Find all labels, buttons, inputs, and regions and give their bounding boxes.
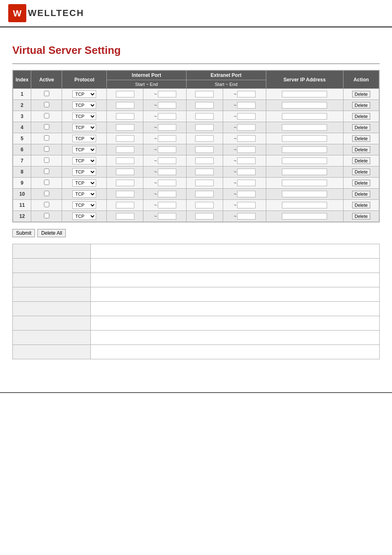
protocol-select[interactable]: TCPUDP <box>72 90 96 98</box>
extranet-port-start[interactable] <box>186 200 223 211</box>
active-checkbox[interactable] <box>44 169 49 174</box>
internet-end-input[interactable] <box>158 169 176 175</box>
row-protocol[interactable]: TCPUDP <box>62 166 107 178</box>
internet-port-end[interactable]: ~ <box>143 133 187 144</box>
row-delete[interactable]: Delete <box>343 122 379 133</box>
protocol-select[interactable]: TCPUDP <box>72 102 96 109</box>
row-active[interactable] <box>31 166 62 178</box>
extranet-start-input[interactable] <box>195 113 214 120</box>
delete-row-button[interactable]: Delete <box>352 191 370 197</box>
delete-row-button[interactable]: Delete <box>352 213 370 220</box>
row-delete[interactable]: Delete <box>343 200 379 211</box>
extranet-end-input[interactable] <box>237 135 256 142</box>
internet-port-start[interactable] <box>107 133 143 144</box>
internet-start-input[interactable] <box>116 124 134 131</box>
row-active[interactable] <box>31 211 62 222</box>
extranet-start-input[interactable] <box>195 102 214 109</box>
server-ip-input[interactable] <box>282 157 327 164</box>
internet-port-end[interactable]: ~ <box>143 144 187 155</box>
internet-start-input[interactable] <box>116 146 134 153</box>
row-active[interactable] <box>31 122 62 133</box>
internet-port-end[interactable]: ~ <box>143 178 187 189</box>
row-delete[interactable]: Delete <box>343 178 379 189</box>
internet-port-end[interactable]: ~ <box>143 155 187 166</box>
row-protocol[interactable]: TCPUDP <box>62 122 107 133</box>
server-ip[interactable] <box>266 211 343 222</box>
row-delete[interactable]: Delete <box>343 89 379 100</box>
extranet-port-start[interactable] <box>186 144 223 155</box>
active-checkbox[interactable] <box>44 202 49 207</box>
row-active[interactable] <box>31 144 62 155</box>
row-active[interactable] <box>31 111 62 122</box>
server-ip[interactable] <box>266 100 343 111</box>
server-ip[interactable] <box>266 111 343 122</box>
extranet-start-input[interactable] <box>195 157 214 164</box>
extranet-end-input[interactable] <box>237 202 256 208</box>
internet-port-start[interactable] <box>107 189 143 200</box>
delete-row-button[interactable]: Delete <box>352 135 370 142</box>
server-ip-input[interactable] <box>282 213 327 220</box>
active-checkbox[interactable] <box>44 102 49 107</box>
extranet-start-input[interactable] <box>195 191 214 197</box>
row-delete[interactable]: Delete <box>343 100 379 111</box>
server-ip[interactable] <box>266 166 343 178</box>
protocol-select[interactable]: TCPUDP <box>72 157 96 164</box>
row-delete[interactable]: Delete <box>343 111 379 122</box>
extranet-port-end[interactable]: ~ <box>223 100 266 111</box>
active-checkbox[interactable] <box>44 91 49 96</box>
row-active[interactable] <box>31 155 62 166</box>
row-protocol[interactable]: TCPUDP <box>62 178 107 189</box>
extranet-start-input[interactable] <box>195 202 214 208</box>
row-delete[interactable]: Delete <box>343 144 379 155</box>
submit-button[interactable]: Submit <box>12 229 35 237</box>
internet-port-end[interactable]: ~ <box>143 122 187 133</box>
extranet-port-end[interactable]: ~ <box>223 200 266 211</box>
internet-start-input[interactable] <box>116 169 134 175</box>
extranet-port-start[interactable] <box>186 122 223 133</box>
internet-port-end[interactable]: ~ <box>143 100 187 111</box>
internet-port-start[interactable] <box>107 100 143 111</box>
extranet-end-input[interactable] <box>237 91 256 97</box>
internet-port-start[interactable] <box>107 178 143 189</box>
delete-row-button[interactable]: Delete <box>352 124 370 131</box>
row-active[interactable] <box>31 178 62 189</box>
extranet-port-end[interactable]: ~ <box>223 89 266 100</box>
internet-port-end[interactable]: ~ <box>143 166 187 178</box>
internet-end-input[interactable] <box>158 91 176 97</box>
delete-row-button[interactable]: Delete <box>352 157 370 164</box>
internet-port-end[interactable]: ~ <box>143 189 187 200</box>
extranet-port-start[interactable] <box>186 178 223 189</box>
extranet-port-start[interactable] <box>186 189 223 200</box>
server-ip[interactable] <box>266 89 343 100</box>
server-ip[interactable] <box>266 178 343 189</box>
protocol-select[interactable]: TCPUDP <box>72 201 96 209</box>
row-protocol[interactable]: TCPUDP <box>62 89 107 100</box>
internet-port-start[interactable] <box>107 89 143 100</box>
internet-end-input[interactable] <box>158 146 176 153</box>
protocol-select[interactable]: TCPUDP <box>72 190 96 198</box>
row-protocol[interactable]: TCPUDP <box>62 155 107 166</box>
extranet-port-end[interactable]: ~ <box>223 155 266 166</box>
extranet-port-end[interactable]: ~ <box>223 211 266 222</box>
extranet-end-input[interactable] <box>237 169 256 175</box>
server-ip-input[interactable] <box>282 102 327 109</box>
extranet-end-input[interactable] <box>237 191 256 197</box>
internet-port-start[interactable] <box>107 200 143 211</box>
active-checkbox[interactable] <box>44 157 49 163</box>
internet-end-input[interactable] <box>158 157 176 164</box>
row-active[interactable] <box>31 189 62 200</box>
server-ip[interactable] <box>266 155 343 166</box>
active-checkbox[interactable] <box>44 124 49 130</box>
internet-start-input[interactable] <box>116 135 134 142</box>
row-protocol[interactable]: TCPUDP <box>62 111 107 122</box>
row-protocol[interactable]: TCPUDP <box>62 200 107 211</box>
extranet-port-start[interactable] <box>186 111 223 122</box>
row-protocol[interactable]: TCPUDP <box>62 144 107 155</box>
row-protocol[interactable]: TCPUDP <box>62 211 107 222</box>
extranet-port-end[interactable]: ~ <box>223 178 266 189</box>
extranet-end-input[interactable] <box>237 146 256 153</box>
extranet-end-input[interactable] <box>237 213 256 220</box>
extranet-port-start[interactable] <box>186 100 223 111</box>
row-delete[interactable]: Delete <box>343 189 379 200</box>
protocol-select[interactable]: TCPUDP <box>72 179 96 187</box>
